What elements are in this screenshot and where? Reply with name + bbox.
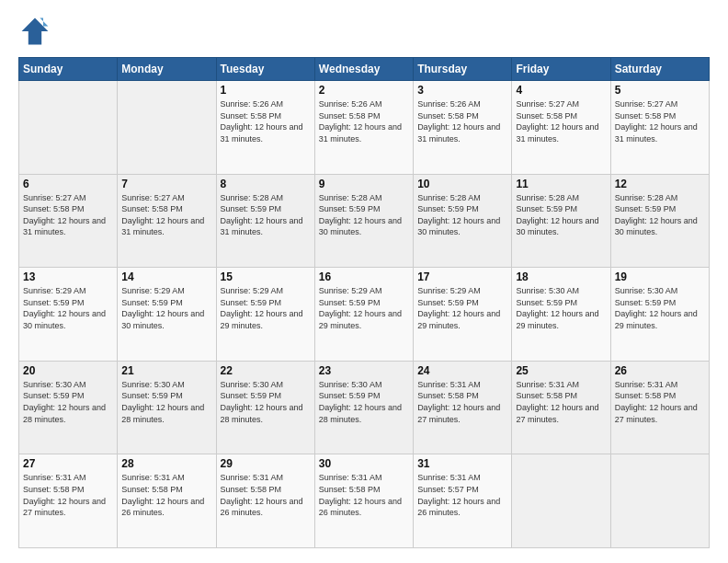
day-info: Sunrise: 5:31 AM Sunset: 5:58 PM Dayligh…: [319, 472, 409, 518]
logo-icon: [18, 15, 51, 48]
calendar: SundayMondayTuesdayWednesdayThursdayFrid…: [18, 57, 710, 548]
day-info: Sunrise: 5:31 AM Sunset: 5:58 PM Dayligh…: [23, 472, 113, 518]
svg-marker-0: [22, 18, 49, 45]
day-info: Sunrise: 5:29 AM Sunset: 5:59 PM Dayligh…: [121, 285, 211, 331]
day-info: Sunrise: 5:27 AM Sunset: 5:58 PM Dayligh…: [121, 192, 211, 238]
calendar-cell: 29Sunrise: 5:31 AM Sunset: 5:58 PM Dayli…: [216, 454, 314, 548]
calendar-cell: 1Sunrise: 5:26 AM Sunset: 5:58 PM Daylig…: [216, 81, 314, 175]
day-number: 5: [615, 84, 705, 97]
day-number: 30: [319, 457, 409, 470]
day-info: Sunrise: 5:28 AM Sunset: 5:59 PM Dayligh…: [615, 192, 705, 238]
day-info: Sunrise: 5:28 AM Sunset: 5:59 PM Dayligh…: [221, 192, 311, 238]
calendar-cell: 5Sunrise: 5:27 AM Sunset: 5:58 PM Daylig…: [610, 81, 709, 175]
day-info: Sunrise: 5:26 AM Sunset: 5:58 PM Dayligh…: [221, 98, 311, 144]
week-row-5: 27Sunrise: 5:31 AM Sunset: 5:58 PM Dayli…: [19, 454, 710, 548]
calendar-cell: 21Sunrise: 5:30 AM Sunset: 5:59 PM Dayli…: [118, 361, 216, 454]
header: [18, 15, 710, 48]
day-info: Sunrise: 5:28 AM Sunset: 5:59 PM Dayligh…: [417, 192, 507, 238]
day-number: 23: [319, 364, 409, 377]
day-number: 1: [221, 84, 311, 97]
day-number: 12: [615, 178, 705, 190]
day-number: 3: [417, 84, 507, 97]
day-number: 22: [221, 364, 311, 377]
calendar-cell: 23Sunrise: 5:30 AM Sunset: 5:59 PM Dayli…: [314, 361, 413, 454]
day-number: 17: [417, 270, 507, 283]
day-info: Sunrise: 5:31 AM Sunset: 5:57 PM Dayligh…: [417, 472, 507, 518]
logo: [18, 15, 57, 48]
calendar-cell: 3Sunrise: 5:26 AM Sunset: 5:58 PM Daylig…: [414, 81, 512, 175]
day-number: 7: [121, 178, 211, 190]
day-number: 11: [516, 178, 606, 190]
weekday-header-monday: Monday: [118, 58, 216, 81]
day-info: Sunrise: 5:31 AM Sunset: 5:58 PM Dayligh…: [221, 472, 311, 518]
calendar-cell: 28Sunrise: 5:31 AM Sunset: 5:58 PM Dayli…: [118, 454, 216, 548]
calendar-cell: [19, 81, 118, 175]
calendar-cell: 2Sunrise: 5:26 AM Sunset: 5:58 PM Daylig…: [314, 81, 413, 175]
day-number: 16: [319, 270, 409, 283]
calendar-cell: 11Sunrise: 5:28 AM Sunset: 5:59 PM Dayli…: [512, 174, 610, 268]
day-number: 13: [23, 270, 113, 283]
day-number: 2: [319, 84, 409, 97]
day-info: Sunrise: 5:28 AM Sunset: 5:59 PM Dayligh…: [516, 192, 606, 238]
week-row-4: 20Sunrise: 5:30 AM Sunset: 5:59 PM Dayli…: [19, 361, 710, 454]
day-info: Sunrise: 5:26 AM Sunset: 5:58 PM Dayligh…: [417, 98, 507, 144]
week-row-3: 13Sunrise: 5:29 AM Sunset: 5:59 PM Dayli…: [19, 268, 710, 362]
calendar-cell: 26Sunrise: 5:31 AM Sunset: 5:58 PM Dayli…: [610, 361, 709, 454]
day-number: 6: [23, 178, 113, 190]
calendar-cell: 30Sunrise: 5:31 AM Sunset: 5:58 PM Dayli…: [314, 454, 413, 548]
weekday-header-wednesday: Wednesday: [314, 58, 413, 81]
calendar-cell: 24Sunrise: 5:31 AM Sunset: 5:58 PM Dayli…: [414, 361, 512, 454]
day-info: Sunrise: 5:30 AM Sunset: 5:59 PM Dayligh…: [319, 379, 409, 425]
calendar-cell: 10Sunrise: 5:28 AM Sunset: 5:59 PM Dayli…: [414, 174, 512, 268]
day-info: Sunrise: 5:31 AM Sunset: 5:58 PM Dayligh…: [417, 379, 507, 425]
day-number: 21: [121, 364, 211, 377]
day-number: 24: [417, 364, 507, 377]
day-info: Sunrise: 5:27 AM Sunset: 5:58 PM Dayligh…: [615, 98, 705, 144]
calendar-cell: 8Sunrise: 5:28 AM Sunset: 5:59 PM Daylig…: [216, 174, 314, 268]
day-number: 29: [221, 457, 311, 470]
day-info: Sunrise: 5:27 AM Sunset: 5:58 PM Dayligh…: [516, 98, 606, 144]
day-info: Sunrise: 5:30 AM Sunset: 5:59 PM Dayligh…: [516, 285, 606, 331]
week-row-1: 1Sunrise: 5:26 AM Sunset: 5:58 PM Daylig…: [19, 81, 710, 175]
calendar-cell: 31Sunrise: 5:31 AM Sunset: 5:57 PM Dayli…: [414, 454, 512, 548]
day-number: 8: [221, 178, 311, 190]
calendar-cell: 6Sunrise: 5:27 AM Sunset: 5:58 PM Daylig…: [19, 174, 118, 268]
weekday-header-row: SundayMondayTuesdayWednesdayThursdayFrid…: [19, 58, 710, 81]
weekday-header-tuesday: Tuesday: [216, 58, 314, 81]
calendar-cell: 12Sunrise: 5:28 AM Sunset: 5:59 PM Dayli…: [610, 174, 709, 268]
day-number: 9: [319, 178, 409, 190]
day-number: 14: [121, 270, 211, 283]
calendar-cell: 22Sunrise: 5:30 AM Sunset: 5:59 PM Dayli…: [216, 361, 314, 454]
calendar-cell: 19Sunrise: 5:30 AM Sunset: 5:59 PM Dayli…: [610, 268, 709, 362]
calendar-cell: 16Sunrise: 5:29 AM Sunset: 5:59 PM Dayli…: [314, 268, 413, 362]
calendar-cell: 14Sunrise: 5:29 AM Sunset: 5:59 PM Dayli…: [118, 268, 216, 362]
calendar-cell: 18Sunrise: 5:30 AM Sunset: 5:59 PM Dayli…: [512, 268, 610, 362]
calendar-cell: [118, 81, 216, 175]
calendar-cell: 4Sunrise: 5:27 AM Sunset: 5:58 PM Daylig…: [512, 81, 610, 175]
calendar-cell: 7Sunrise: 5:27 AM Sunset: 5:58 PM Daylig…: [118, 174, 216, 268]
calendar-cell: 15Sunrise: 5:29 AM Sunset: 5:59 PM Dayli…: [216, 268, 314, 362]
calendar-cell: 20Sunrise: 5:30 AM Sunset: 5:59 PM Dayli…: [19, 361, 118, 454]
calendar-cell: [512, 454, 610, 548]
day-info: Sunrise: 5:29 AM Sunset: 5:59 PM Dayligh…: [319, 285, 409, 331]
calendar-cell: 27Sunrise: 5:31 AM Sunset: 5:58 PM Dayli…: [19, 454, 118, 548]
day-info: Sunrise: 5:29 AM Sunset: 5:59 PM Dayligh…: [221, 285, 311, 331]
day-info: Sunrise: 5:30 AM Sunset: 5:59 PM Dayligh…: [121, 379, 211, 425]
day-number: 19: [615, 270, 705, 283]
day-info: Sunrise: 5:31 AM Sunset: 5:58 PM Dayligh…: [516, 379, 606, 425]
day-info: Sunrise: 5:30 AM Sunset: 5:59 PM Dayligh…: [221, 379, 311, 425]
day-number: 10: [417, 178, 507, 190]
day-info: Sunrise: 5:28 AM Sunset: 5:59 PM Dayligh…: [319, 192, 409, 238]
calendar-cell: 13Sunrise: 5:29 AM Sunset: 5:59 PM Dayli…: [19, 268, 118, 362]
calendar-cell: 17Sunrise: 5:29 AM Sunset: 5:59 PM Dayli…: [414, 268, 512, 362]
day-number: 28: [121, 457, 211, 470]
day-number: 27: [23, 457, 113, 470]
day-info: Sunrise: 5:29 AM Sunset: 5:59 PM Dayligh…: [23, 285, 113, 331]
day-info: Sunrise: 5:31 AM Sunset: 5:58 PM Dayligh…: [121, 472, 211, 518]
day-info: Sunrise: 5:31 AM Sunset: 5:58 PM Dayligh…: [615, 379, 705, 425]
day-info: Sunrise: 5:29 AM Sunset: 5:59 PM Dayligh…: [417, 285, 507, 331]
page: SundayMondayTuesdayWednesdayThursdayFrid…: [0, 0, 728, 563]
weekday-header-sunday: Sunday: [19, 58, 118, 81]
day-number: 20: [23, 364, 113, 377]
calendar-cell: 9Sunrise: 5:28 AM Sunset: 5:59 PM Daylig…: [314, 174, 413, 268]
